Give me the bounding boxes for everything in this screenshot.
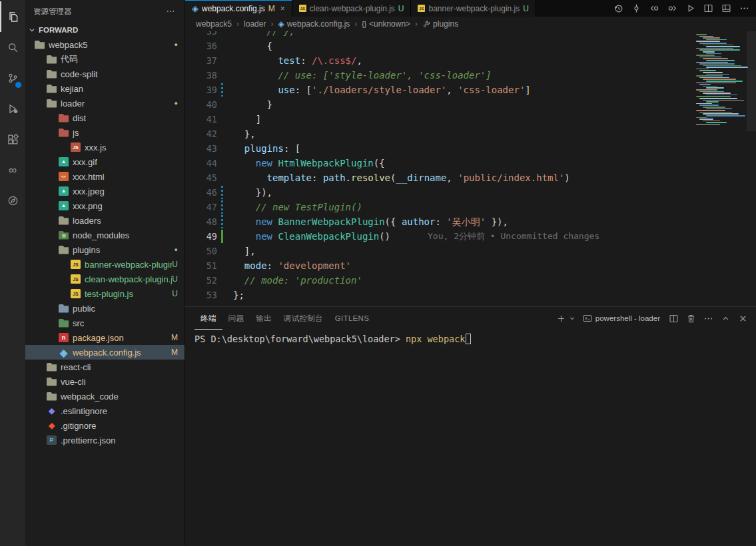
tree-item-eslintignore[interactable]: ◆.eslintignore — [25, 404, 185, 418]
git-modified-dot: ● — [175, 41, 178, 48]
line-number[interactable]: 53 — [185, 288, 217, 302]
line-number[interactable]: 48 — [185, 214, 217, 229]
tree-item-js[interactable]: js — [25, 125, 185, 140]
tree-item-loaders[interactable]: loaders — [25, 213, 185, 228]
search-icon[interactable] — [0, 32, 25, 63]
tree-item-src[interactable]: src — [25, 316, 185, 330]
line-number[interactable]: 39 — [185, 83, 217, 97]
tree-item-node-modules[interactable]: node_modules — [25, 228, 185, 242]
tree-item-plugins[interactable]: plugins● — [25, 242, 185, 257]
tree-item-webpack5[interactable]: webpack5● — [25, 37, 185, 52]
tree-item-xxx-gif[interactable]: ▴xxx.gif — [25, 154, 185, 169]
file-git-icon: ◆ — [47, 421, 57, 430]
breadcrumb-item-plugins[interactable]: plugins — [422, 19, 458, 29]
extensions-icon[interactable] — [0, 124, 25, 154]
panel-tab-终端[interactable]: 终端 — [194, 307, 222, 330]
tree-item-clean-webpack-plugin-js[interactable]: JSclean-webpack-plugin.jsU — [25, 272, 185, 286]
close-panel-button[interactable] — [736, 312, 749, 325]
line-number[interactable]: 44 — [185, 156, 217, 170]
new-terminal-button[interactable] — [555, 312, 568, 325]
line-number[interactable]: 43 — [185, 141, 217, 156]
previous-change-icon[interactable] — [646, 1, 662, 16]
next-change-icon[interactable] — [664, 1, 680, 16]
line-number[interactable]: 46 — [185, 185, 217, 200]
split-editor-icon[interactable] — [700, 1, 716, 16]
tree-item-webpack-code[interactable]: webpack_code — [25, 389, 185, 404]
more-actions-icon[interactable] — [166, 7, 175, 16]
tree-item-public[interactable]: public — [25, 301, 185, 316]
code-line: 38 // use: ['style-loader', 'css-loader'… — [185, 68, 756, 83]
line-number[interactable]: 51 — [185, 258, 217, 273]
line-number[interactable]: 41 — [185, 112, 217, 127]
code-editor[interactable]: 35 // },36 {37 test: /\.css$/,38 // use:… — [185, 31, 756, 306]
tree-item-banner-webpack-plugin-js[interactable]: JSbanner-webpack-plugin.jsU — [25, 257, 185, 272]
tab-webpack-config-js[interactable]: ◈webpack.config.jsM× — [185, 0, 292, 17]
editor-scrollbar[interactable] — [747, 31, 756, 131]
timeline-icon[interactable] — [610, 1, 626, 16]
panel-tab-问题[interactable]: 问题 — [222, 307, 250, 330]
line-number[interactable]: 52 — [185, 273, 217, 288]
tree-item-webpack-config-js[interactable]: ◈webpack.config.jsM — [25, 345, 185, 360]
terminal-dropdown-chevron-icon[interactable] — [568, 312, 576, 325]
tree-item-xxx-jpeg[interactable]: ▴xxx.jpeg — [25, 184, 185, 198]
minimap[interactable] — [696, 33, 745, 125]
breadcrumb-item-loader[interactable]: loader — [244, 19, 266, 29]
tree-item-gitignore[interactable]: ◆.gitignore — [25, 418, 185, 433]
line-number[interactable]: 37 — [185, 53, 217, 68]
tree-item-xxx-png[interactable]: ▴xxx.png — [25, 198, 185, 213]
tree-item-loader[interactable]: loader● — [25, 96, 185, 111]
tree-item-kejian[interactable]: kejian — [25, 81, 185, 96]
tree-item-代码[interactable]: 代码 — [25, 52, 185, 67]
line-number[interactable]: 42 — [185, 127, 217, 141]
source-control-icon[interactable] — [0, 63, 25, 93]
maximize-panel-button[interactable] — [719, 312, 732, 325]
code-line: 53}; — [185, 288, 756, 302]
tree-item-test-plugin-js[interactable]: JStest-plugin.jsU — [25, 286, 185, 301]
tree-item-package-json[interactable]: npackage.jsonM — [25, 330, 185, 345]
panel-tab-gitlens[interactable]: GITLENS — [329, 307, 375, 330]
more-actions-icon[interactable] — [701, 312, 715, 325]
line-number[interactable]: 35 — [185, 31, 217, 39]
kill-terminal-button[interactable] — [684, 312, 697, 325]
explorer-icon[interactable] — [0, 1, 25, 32]
close-icon[interactable]: × — [280, 4, 285, 13]
folder-icon — [59, 304, 69, 313]
breadcrumb-item-unknown[interactable]: {}<unknown> — [362, 19, 410, 29]
breadcrumb-item-webpack-config-js[interactable]: ◈webpack.config.js — [278, 19, 350, 29]
workspace-section-header[interactable]: FORWARD — [25, 23, 185, 37]
tree-item-dist[interactable]: dist — [25, 111, 185, 125]
line-number[interactable]: 40 — [185, 97, 217, 112]
line-number[interactable]: 47 — [185, 200, 217, 214]
panel-tab-输出[interactable]: 输出 — [250, 307, 278, 330]
more-actions-icon[interactable] — [736, 1, 752, 16]
tree-item-prettierrc-json[interactable]: P.prettierrc.json — [25, 433, 185, 447]
run-file-icon[interactable] — [682, 1, 698, 16]
run-debug-icon[interactable] — [0, 93, 25, 124]
tree-item-xxx-html[interactable]: <>xxx.html — [25, 169, 185, 184]
terminal[interactable]: PS D:\desktop\forward\webpack5\loader> n… — [185, 330, 756, 546]
line-number[interactable]: 49 — [185, 229, 217, 244]
tree-item-code-split[interactable]: code-split — [25, 67, 185, 81]
bottom-panel: 终端问题输出调试控制台GITLENS powershell - loader — [185, 306, 756, 546]
tree-item-react-cli[interactable]: react-cli — [25, 360, 185, 374]
infinity-icon[interactable]: ∞ — [0, 154, 25, 185]
compass-icon[interactable] — [0, 185, 25, 216]
line-number[interactable]: 45 — [185, 170, 217, 185]
terminal-profile[interactable]: powershell - loader — [580, 314, 663, 323]
customize-layout-icon[interactable] — [718, 1, 734, 16]
tab-clean-webpack-plugin-js[interactable]: JSclean-webpack-plugin.jsU — [292, 0, 412, 17]
tree-item-label: plugins — [73, 245, 100, 255]
line-number[interactable]: 50 — [185, 244, 217, 258]
tab-banner-webpack-plugin-js[interactable]: JSbanner-webpack-plugin.jsU — [411, 0, 536, 17]
panel-tab-调试控制台[interactable]: 调试控制台 — [278, 307, 329, 330]
breadcrumb-item-webpack5[interactable]: webpack5 — [196, 19, 232, 29]
line-number[interactable]: 38 — [185, 68, 217, 83]
tree-item-label: dist — [73, 113, 86, 123]
code-line: 49 new CleanWebpackPlugin()You, 2分钟前 • U… — [185, 229, 756, 244]
line-number[interactable]: 36 — [185, 39, 217, 53]
tree-item-vue-cli[interactable]: vue-cli — [25, 374, 185, 389]
powershell-icon — [583, 314, 592, 323]
commit-icon[interactable] — [628, 1, 644, 16]
split-terminal-button[interactable] — [667, 312, 680, 325]
tree-item-xxx-js[interactable]: JSxxx.js — [25, 140, 185, 154]
